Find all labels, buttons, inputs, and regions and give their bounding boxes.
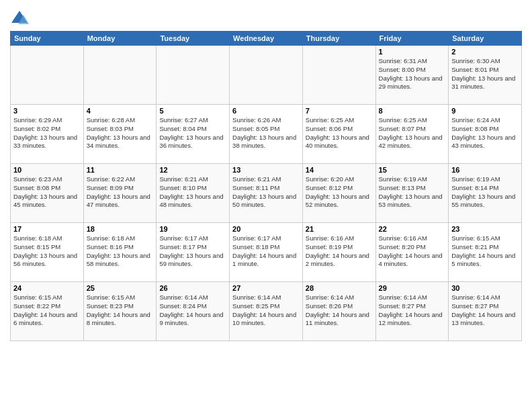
calendar-header-friday: Friday — [375, 32, 449, 46]
calendar-cell: 2Sunrise: 6:30 AM Sunset: 8:01 PM Daylig… — [449, 46, 522, 105]
calendar-week-row: 3Sunrise: 6:29 AM Sunset: 8:02 PM Daylig… — [11, 105, 522, 164]
calendar-header-sunday: Sunday — [11, 32, 84, 46]
day-info: Sunrise: 6:15 AM Sunset: 8:22 PM Dayligh… — [13, 293, 81, 328]
calendar-cell: 18Sunrise: 6:18 AM Sunset: 8:16 PM Dayli… — [83, 223, 157, 282]
day-number: 28 — [306, 284, 373, 292]
day-info: Sunrise: 6:20 AM Sunset: 8:12 PM Dayligh… — [306, 175, 373, 210]
day-info: Sunrise: 6:14 AM Sunset: 8:26 PM Dayligh… — [306, 293, 373, 328]
day-number: 19 — [159, 225, 226, 233]
logo — [10, 9, 32, 28]
day-info: Sunrise: 6:16 AM Sunset: 8:19 PM Dayligh… — [306, 234, 373, 269]
day-info: Sunrise: 6:21 AM Sunset: 8:11 PM Dayligh… — [232, 175, 300, 210]
day-info: Sunrise: 6:14 AM Sunset: 8:27 PM Dayligh… — [451, 293, 519, 328]
calendar-cell: 23Sunrise: 6:15 AM Sunset: 8:21 PM Dayli… — [449, 223, 522, 282]
day-number: 2 — [451, 48, 519, 56]
day-number: 7 — [306, 107, 373, 115]
calendar-table: SundayMondayTuesdayWednesdayThursdayFrid… — [10, 31, 522, 341]
calendar-cell: 22Sunrise: 6:16 AM Sunset: 8:20 PM Dayli… — [375, 223, 449, 282]
day-number: 24 — [13, 284, 81, 292]
day-info: Sunrise: 6:16 AM Sunset: 8:20 PM Dayligh… — [379, 234, 446, 269]
day-number: 9 — [451, 107, 519, 115]
calendar-cell — [302, 46, 375, 105]
day-info: Sunrise: 6:15 AM Sunset: 8:23 PM Dayligh… — [87, 293, 154, 328]
calendar-cell: 25Sunrise: 6:15 AM Sunset: 8:23 PM Dayli… — [83, 282, 157, 341]
day-info: Sunrise: 6:14 AM Sunset: 8:24 PM Dayligh… — [159, 293, 226, 328]
calendar-week-row: 1Sunrise: 6:31 AM Sunset: 8:00 PM Daylig… — [11, 46, 522, 105]
day-number: 27 — [232, 284, 300, 292]
day-info: Sunrise: 6:14 AM Sunset: 8:25 PM Dayligh… — [232, 293, 300, 328]
day-number: 10 — [13, 166, 81, 174]
calendar-cell: 26Sunrise: 6:14 AM Sunset: 8:24 PM Dayli… — [157, 282, 230, 341]
day-number: 22 — [379, 225, 446, 233]
day-info: Sunrise: 6:14 AM Sunset: 8:27 PM Dayligh… — [379, 293, 446, 328]
calendar-cell: 30Sunrise: 6:14 AM Sunset: 8:27 PM Dayli… — [449, 282, 522, 341]
calendar-cell: 20Sunrise: 6:17 AM Sunset: 8:18 PM Dayli… — [230, 223, 303, 282]
calendar-cell: 4Sunrise: 6:28 AM Sunset: 8:03 PM Daylig… — [83, 105, 157, 164]
calendar-cell — [157, 46, 230, 105]
day-number: 6 — [232, 107, 300, 115]
calendar-cell: 13Sunrise: 6:21 AM Sunset: 8:11 PM Dayli… — [230, 164, 303, 223]
calendar-week-row: 24Sunrise: 6:15 AM Sunset: 8:22 PM Dayli… — [11, 282, 522, 341]
day-info: Sunrise: 6:19 AM Sunset: 8:14 PM Dayligh… — [451, 175, 519, 210]
calendar-cell: 21Sunrise: 6:16 AM Sunset: 8:19 PM Dayli… — [302, 223, 375, 282]
day-info: Sunrise: 6:19 AM Sunset: 8:13 PM Dayligh… — [379, 175, 446, 210]
day-info: Sunrise: 6:18 AM Sunset: 8:15 PM Dayligh… — [13, 234, 81, 269]
calendar-cell: 12Sunrise: 6:21 AM Sunset: 8:10 PM Dayli… — [157, 164, 230, 223]
day-number: 29 — [379, 284, 446, 292]
calendar-week-row: 17Sunrise: 6:18 AM Sunset: 8:15 PM Dayli… — [11, 223, 522, 282]
calendar-cell: 8Sunrise: 6:25 AM Sunset: 8:07 PM Daylig… — [375, 105, 449, 164]
day-info: Sunrise: 6:31 AM Sunset: 8:00 PM Dayligh… — [379, 57, 446, 91]
calendar-header-tuesday: Tuesday — [157, 32, 230, 46]
day-number: 23 — [451, 225, 519, 233]
day-number: 16 — [451, 166, 519, 174]
day-number: 5 — [159, 107, 226, 115]
calendar-cell: 14Sunrise: 6:20 AM Sunset: 8:12 PM Dayli… — [302, 164, 375, 223]
calendar-cell: 1Sunrise: 6:31 AM Sunset: 8:00 PM Daylig… — [375, 46, 449, 105]
day-number: 25 — [87, 284, 154, 292]
calendar-cell: 5Sunrise: 6:27 AM Sunset: 8:04 PM Daylig… — [157, 105, 230, 164]
calendar-week-row: 10Sunrise: 6:23 AM Sunset: 8:08 PM Dayli… — [11, 164, 522, 223]
day-info: Sunrise: 6:27 AM Sunset: 8:04 PM Dayligh… — [159, 116, 226, 150]
calendar-cell — [230, 46, 303, 105]
day-info: Sunrise: 6:15 AM Sunset: 8:21 PM Dayligh… — [451, 234, 519, 269]
day-info: Sunrise: 6:24 AM Sunset: 8:08 PM Dayligh… — [451, 116, 519, 150]
calendar-header-wednesday: Wednesday — [230, 32, 303, 46]
day-number: 26 — [159, 284, 226, 292]
calendar-cell: 19Sunrise: 6:17 AM Sunset: 8:17 PM Dayli… — [157, 223, 230, 282]
calendar-cell: 24Sunrise: 6:15 AM Sunset: 8:22 PM Dayli… — [11, 282, 84, 341]
day-info: Sunrise: 6:28 AM Sunset: 8:03 PM Dayligh… — [87, 116, 154, 150]
day-info: Sunrise: 6:25 AM Sunset: 8:07 PM Dayligh… — [379, 116, 446, 150]
calendar-cell: 16Sunrise: 6:19 AM Sunset: 8:14 PM Dayli… — [449, 164, 522, 223]
day-number: 30 — [451, 284, 519, 292]
day-info: Sunrise: 6:17 AM Sunset: 8:18 PM Dayligh… — [232, 234, 300, 269]
calendar-cell: 15Sunrise: 6:19 AM Sunset: 8:13 PM Dayli… — [375, 164, 449, 223]
day-info: Sunrise: 6:18 AM Sunset: 8:16 PM Dayligh… — [87, 234, 154, 269]
day-number: 1 — [379, 48, 446, 56]
calendar-cell: 3Sunrise: 6:29 AM Sunset: 8:02 PM Daylig… — [11, 105, 84, 164]
day-info: Sunrise: 6:23 AM Sunset: 8:08 PM Dayligh… — [13, 175, 81, 210]
calendar-cell: 29Sunrise: 6:14 AM Sunset: 8:27 PM Dayli… — [375, 282, 449, 341]
day-info: Sunrise: 6:26 AM Sunset: 8:05 PM Dayligh… — [232, 116, 300, 150]
calendar-cell: 17Sunrise: 6:18 AM Sunset: 8:15 PM Dayli… — [11, 223, 84, 282]
calendar-cell: 7Sunrise: 6:25 AM Sunset: 8:06 PM Daylig… — [302, 105, 375, 164]
calendar-cell: 28Sunrise: 6:14 AM Sunset: 8:26 PM Dayli… — [302, 282, 375, 341]
day-number: 4 — [87, 107, 154, 115]
logo-icon — [10, 9, 29, 28]
page-container: SundayMondayTuesdayWednesdayThursdayFrid… — [0, 0, 532, 345]
calendar-cell: 6Sunrise: 6:26 AM Sunset: 8:05 PM Daylig… — [230, 105, 303, 164]
day-number: 14 — [306, 166, 373, 174]
calendar-cell — [11, 46, 84, 105]
calendar-cell: 9Sunrise: 6:24 AM Sunset: 8:08 PM Daylig… — [449, 105, 522, 164]
header — [10, 7, 522, 28]
calendar-header-monday: Monday — [83, 32, 157, 46]
day-info: Sunrise: 6:30 AM Sunset: 8:01 PM Dayligh… — [451, 57, 519, 91]
day-number: 17 — [13, 225, 81, 233]
day-number: 13 — [232, 166, 300, 174]
day-number: 21 — [306, 225, 373, 233]
calendar-cell: 10Sunrise: 6:23 AM Sunset: 8:08 PM Dayli… — [11, 164, 84, 223]
day-number: 15 — [379, 166, 446, 174]
calendar-header-row: SundayMondayTuesdayWednesdayThursdayFrid… — [11, 32, 522, 46]
day-number: 20 — [232, 225, 300, 233]
calendar-cell: 27Sunrise: 6:14 AM Sunset: 8:25 PM Dayli… — [230, 282, 303, 341]
day-number: 11 — [87, 166, 154, 174]
